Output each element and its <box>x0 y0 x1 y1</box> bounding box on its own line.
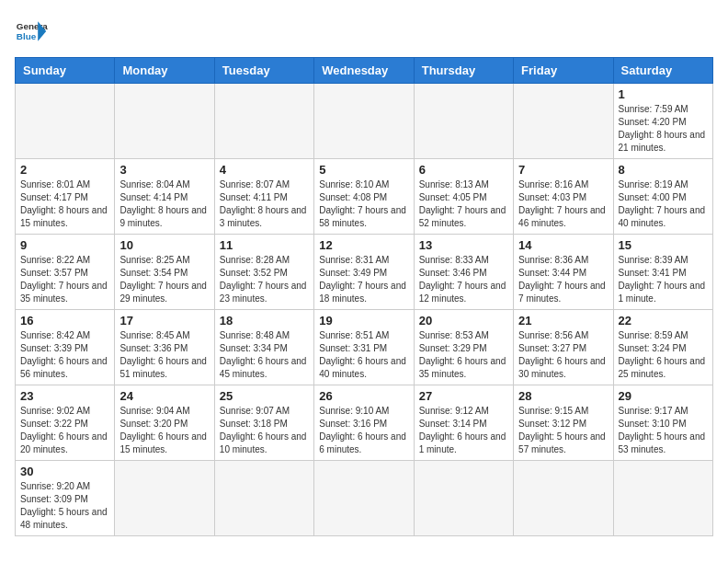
calendar-cell: 19Sunrise: 8:51 AM Sunset: 3:31 PM Dayli… <box>314 310 414 385</box>
day-info: Sunrise: 8:39 AM Sunset: 3:41 PM Dayligh… <box>619 255 706 304</box>
calendar-cell: 28Sunrise: 9:15 AM Sunset: 3:12 PM Dayli… <box>514 385 613 461</box>
calendar-cell <box>214 84 313 159</box>
calendar-cell <box>414 84 513 159</box>
calendar-week-row: 30Sunrise: 9:20 AM Sunset: 3:09 PM Dayli… <box>16 461 713 536</box>
calendar-cell <box>214 461 313 536</box>
day-number: 24 <box>119 389 209 403</box>
day-number: 13 <box>419 238 508 252</box>
day-number: 8 <box>619 163 708 177</box>
calendar-cell <box>314 461 414 536</box>
calendar-table: SundayMondayTuesdayWednesdayThursdayFrid… <box>15 57 713 536</box>
calendar-cell: 15Sunrise: 8:39 AM Sunset: 3:41 PM Dayli… <box>613 235 712 310</box>
calendar-cell <box>16 84 115 159</box>
day-number: 23 <box>20 389 109 403</box>
calendar-cell: 2Sunrise: 8:01 AM Sunset: 4:17 PM Daylig… <box>16 159 115 235</box>
calendar-cell <box>314 84 414 159</box>
day-info: Sunrise: 9:12 AM Sunset: 3:14 PM Dayligh… <box>419 406 506 454</box>
calendar-cell: 23Sunrise: 9:02 AM Sunset: 3:22 PM Dayli… <box>16 385 115 461</box>
day-number: 7 <box>518 163 608 177</box>
page-header: General Blue <box>15 15 713 48</box>
svg-text:Blue: Blue <box>17 31 37 41</box>
calendar-cell: 14Sunrise: 8:36 AM Sunset: 3:44 PM Dayli… <box>514 235 613 310</box>
day-info: Sunrise: 8:48 AM Sunset: 3:34 PM Dayligh… <box>220 330 307 379</box>
calendar-header-row: SundayMondayTuesdayWednesdayThursdayFrid… <box>16 58 713 84</box>
calendar-cell: 21Sunrise: 8:56 AM Sunset: 3:27 PM Dayli… <box>514 310 613 385</box>
calendar-header-saturday: Saturday <box>613 58 712 84</box>
day-info: Sunrise: 8:07 AM Sunset: 4:11 PM Dayligh… <box>220 179 307 228</box>
day-info: Sunrise: 8:31 AM Sunset: 3:49 PM Dayligh… <box>319 255 406 304</box>
calendar-cell <box>514 461 613 536</box>
day-number: 11 <box>220 238 309 252</box>
day-number: 2 <box>20 163 109 177</box>
day-info: Sunrise: 9:17 AM Sunset: 3:10 PM Dayligh… <box>619 406 706 454</box>
day-number: 14 <box>518 238 608 252</box>
day-number: 1 <box>619 87 708 101</box>
day-number: 21 <box>518 314 608 327</box>
calendar-cell: 5Sunrise: 8:10 AM Sunset: 4:08 PM Daylig… <box>314 159 414 235</box>
calendar-header-thursday: Thursday <box>414 58 513 84</box>
calendar-cell <box>115 84 214 159</box>
day-info: Sunrise: 9:07 AM Sunset: 3:18 PM Dayligh… <box>220 406 307 454</box>
day-number: 6 <box>419 163 508 177</box>
day-info: Sunrise: 9:04 AM Sunset: 3:20 PM Dayligh… <box>119 406 207 454</box>
day-number: 16 <box>20 314 109 327</box>
calendar-cell: 24Sunrise: 9:04 AM Sunset: 3:20 PM Dayli… <box>115 385 214 461</box>
calendar-cell <box>613 461 712 536</box>
day-info: Sunrise: 9:15 AM Sunset: 3:12 PM Dayligh… <box>518 406 606 454</box>
calendar-cell: 1Sunrise: 7:59 AM Sunset: 4:20 PM Daylig… <box>613 84 712 159</box>
calendar-week-row: 23Sunrise: 9:02 AM Sunset: 3:22 PM Dayli… <box>16 385 713 461</box>
day-info: Sunrise: 8:33 AM Sunset: 3:46 PM Dayligh… <box>419 255 506 304</box>
day-number: 17 <box>119 314 209 327</box>
day-info: Sunrise: 8:36 AM Sunset: 3:44 PM Dayligh… <box>518 255 606 304</box>
calendar-cell: 26Sunrise: 9:10 AM Sunset: 3:16 PM Dayli… <box>314 385 414 461</box>
calendar-cell: 10Sunrise: 8:25 AM Sunset: 3:54 PM Dayli… <box>115 235 214 310</box>
calendar-cell: 25Sunrise: 9:07 AM Sunset: 3:18 PM Dayli… <box>214 385 313 461</box>
day-info: Sunrise: 8:53 AM Sunset: 3:29 PM Dayligh… <box>419 330 506 379</box>
day-number: 15 <box>619 238 708 252</box>
calendar-header-tuesday: Tuesday <box>214 58 313 84</box>
day-number: 30 <box>20 465 109 478</box>
calendar-cell: 16Sunrise: 8:42 AM Sunset: 3:39 PM Dayli… <box>16 310 115 385</box>
day-info: Sunrise: 8:28 AM Sunset: 3:52 PM Dayligh… <box>220 255 307 304</box>
calendar-cell: 3Sunrise: 8:04 AM Sunset: 4:14 PM Daylig… <box>115 159 214 235</box>
day-number: 26 <box>319 389 408 403</box>
day-info: Sunrise: 9:10 AM Sunset: 3:16 PM Dayligh… <box>319 406 406 454</box>
calendar-cell: 13Sunrise: 8:33 AM Sunset: 3:46 PM Dayli… <box>414 235 513 310</box>
calendar-week-row: 1Sunrise: 7:59 AM Sunset: 4:20 PM Daylig… <box>16 84 713 159</box>
calendar-cell: 6Sunrise: 8:13 AM Sunset: 4:05 PM Daylig… <box>414 159 513 235</box>
day-number: 20 <box>419 314 508 327</box>
calendar-cell: 12Sunrise: 8:31 AM Sunset: 3:49 PM Dayli… <box>314 235 414 310</box>
logo: General Blue <box>15 15 48 48</box>
day-info: Sunrise: 8:19 AM Sunset: 4:00 PM Dayligh… <box>619 179 706 228</box>
day-info: Sunrise: 7:59 AM Sunset: 4:20 PM Dayligh… <box>619 104 706 153</box>
day-number: 4 <box>220 163 309 177</box>
day-info: Sunrise: 8:10 AM Sunset: 4:08 PM Dayligh… <box>319 179 406 228</box>
calendar-body: 1Sunrise: 7:59 AM Sunset: 4:20 PM Daylig… <box>16 84 713 536</box>
day-number: 28 <box>518 389 608 403</box>
day-info: Sunrise: 8:51 AM Sunset: 3:31 PM Dayligh… <box>319 330 406 379</box>
calendar-header-friday: Friday <box>514 58 613 84</box>
day-info: Sunrise: 8:01 AM Sunset: 4:17 PM Dayligh… <box>20 179 108 228</box>
calendar-cell <box>115 461 214 536</box>
day-info: Sunrise: 8:45 AM Sunset: 3:36 PM Dayligh… <box>119 330 207 379</box>
calendar-week-row: 16Sunrise: 8:42 AM Sunset: 3:39 PM Dayli… <box>16 310 713 385</box>
day-info: Sunrise: 8:56 AM Sunset: 3:27 PM Dayligh… <box>518 330 606 379</box>
calendar-week-row: 9Sunrise: 8:22 AM Sunset: 3:57 PM Daylig… <box>16 235 713 310</box>
calendar-header-sunday: Sunday <box>16 58 115 84</box>
calendar-cell: 18Sunrise: 8:48 AM Sunset: 3:34 PM Dayli… <box>214 310 313 385</box>
calendar-header-wednesday: Wednesday <box>314 58 414 84</box>
logo-icon: General Blue <box>15 15 48 48</box>
day-number: 25 <box>220 389 309 403</box>
calendar-cell: 9Sunrise: 8:22 AM Sunset: 3:57 PM Daylig… <box>16 235 115 310</box>
calendar-header-monday: Monday <box>115 58 214 84</box>
day-number: 12 <box>319 238 408 252</box>
day-number: 29 <box>619 389 708 403</box>
calendar-cell: 17Sunrise: 8:45 AM Sunset: 3:36 PM Dayli… <box>115 310 214 385</box>
calendar-cell: 11Sunrise: 8:28 AM Sunset: 3:52 PM Dayli… <box>214 235 313 310</box>
day-number: 9 <box>20 238 109 252</box>
day-number: 27 <box>419 389 508 403</box>
day-number: 10 <box>119 238 209 252</box>
day-number: 19 <box>319 314 408 327</box>
day-info: Sunrise: 8:42 AM Sunset: 3:39 PM Dayligh… <box>20 330 108 379</box>
day-info: Sunrise: 8:59 AM Sunset: 3:24 PM Dayligh… <box>619 330 706 379</box>
